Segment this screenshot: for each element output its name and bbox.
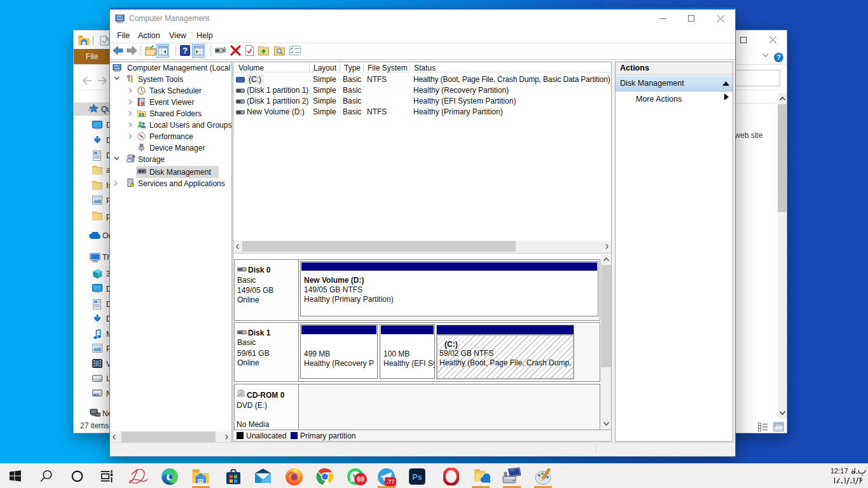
svg-text:?: ? (776, 53, 780, 61)
svg-text:Ps: Ps (412, 473, 422, 482)
svg-text:?: ? (183, 46, 188, 55)
